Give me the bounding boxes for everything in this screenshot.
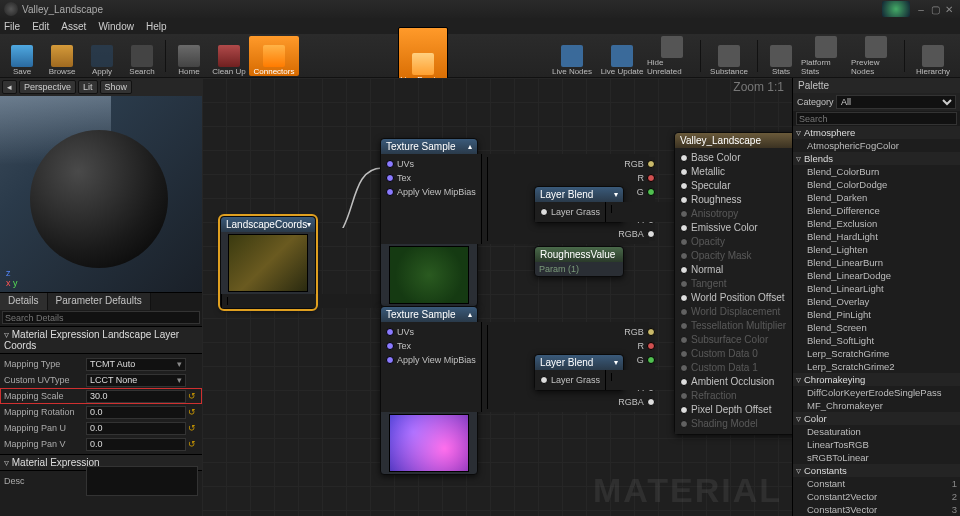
prop-value[interactable]: 0.0 [86,438,186,451]
toolbar-substance[interactable]: Substance [704,36,754,76]
source-control-icon[interactable] [882,1,910,17]
pin-roughness[interactable]: Roughness [680,193,792,207]
close-button[interactable]: ✕ [942,4,956,15]
toolbar-live-preview[interactable]: Live Preview [398,27,448,85]
toolbar-home[interactable]: Home [169,36,209,76]
preview-viewport[interactable]: zx y [0,96,202,292]
toolbar-preview-nodes[interactable]: Preview Nodes [851,36,901,76]
toolbar-live-nodes[interactable]: Live Nodes [547,36,597,76]
toolbar-apply[interactable]: Apply [82,36,122,76]
toolbar-browse[interactable]: Browse [42,36,82,76]
section-landscape-coords[interactable]: Material Expression Landscape Layer Coor… [0,326,202,354]
palette-cat-constants[interactable]: Constants [793,464,960,477]
viewport-perspective[interactable]: Perspective [19,80,76,94]
palette-item[interactable]: Constant1 [793,477,960,490]
minimize-button[interactable]: – [914,4,928,15]
node-texture-sample-2[interactable]: Texture Sample▴ UVsTexApply View MipBias… [380,306,478,475]
pin-refraction[interactable]: Refraction [680,389,792,403]
toolbar-live-update[interactable]: Live Update [597,36,647,76]
palette-item[interactable]: Blend_PinLight [793,308,960,321]
reset-icon[interactable]: ↺ [186,391,198,401]
pin-anisotropy[interactable]: Anisotropy [680,207,792,221]
pin-ambient-occlusion[interactable]: Ambient Occlusion [680,375,792,389]
viewport-show[interactable]: Show [100,80,133,94]
material-graph[interactable]: Zoom 1:1 MATERIAL LandscapeCoords▾ Textu… [202,78,792,516]
prop-value[interactable]: LCCT None▾ [86,374,186,387]
toolbar-connectors[interactable]: Connectors [249,36,299,76]
pin-world-position-offset[interactable]: World Position Offset [680,291,792,305]
menu-edit[interactable]: Edit [32,21,49,32]
viewport-◂[interactable]: ◂ [2,80,17,94]
pin-normal[interactable]: Normal [680,263,792,277]
pin-custom-data-1[interactable]: Custom Data 1 [680,361,792,375]
maximize-button[interactable]: ▢ [928,4,942,15]
palette-item[interactable]: Blend_Difference [793,204,960,217]
palette-item[interactable]: Blend_Lighten [793,243,960,256]
node-material-result[interactable]: Valley_Landscape Base ColorMetallicSpecu… [674,132,792,435]
palette-item[interactable]: MF_Chromakeyer [793,399,960,412]
menu-window[interactable]: Window [98,21,134,32]
prop-value[interactable]: TCMT Auto▾ [86,358,186,371]
viewport-lit[interactable]: Lit [78,80,98,94]
toolbar-search[interactable]: Search [122,36,162,76]
palette-item[interactable]: LinearTosRGB [793,438,960,451]
palette-cat-blends[interactable]: Blends [793,152,960,165]
toolbar-hide-unrelated[interactable]: Hide Unrelated [647,36,697,76]
prop-value[interactable]: 30.0 [86,390,186,403]
palette-cat-color[interactable]: Color [793,412,960,425]
pin-subsurface-color[interactable]: Subsurface Color [680,333,792,347]
palette-item[interactable]: DiffColorKeyerErodeSinglePass [793,386,960,399]
pin-metallic[interactable]: Metallic [680,165,792,179]
prop-value[interactable]: 0.0 [86,422,186,435]
toolbar-platform-stats[interactable]: Platform Stats [801,36,851,76]
pin-tangent[interactable]: Tangent [680,277,792,291]
palette-item[interactable]: Lerp_ScratchGrime2 [793,360,960,373]
palette-item[interactable]: AtmosphericFogColor [793,139,960,152]
pin-emissive-color[interactable]: Emissive Color [680,221,792,235]
node-layer-blend-2[interactable]: Layer Blend▾ Layer Grass [534,354,624,391]
palette-item[interactable]: sRGBToLinear [793,451,960,464]
category-select[interactable]: All [836,95,956,109]
node-layer-blend-1[interactable]: Layer Blend▾ Layer Grass [534,186,624,223]
toolbar-clean-up[interactable]: Clean Up [209,36,249,76]
tab-parameter-defaults[interactable]: Parameter Defaults [48,293,151,310]
palette-item[interactable]: Blend_LinearBurn [793,256,960,269]
palette-item[interactable]: Constant2Vector2 [793,490,960,503]
details-search-input[interactable] [2,311,200,324]
node-landscape-coords[interactable]: LandscapeCoords▾ [220,216,316,309]
palette-item[interactable]: Blend_HardLight [793,230,960,243]
desc-field[interactable] [86,466,198,496]
palette-item[interactable]: Constant3Vector3 [793,503,960,516]
palette-item[interactable]: Blend_Screen [793,321,960,334]
node-roughness-value[interactable]: RoughnessValue Param (1) [534,246,624,277]
toolbar-save[interactable]: Save [2,36,42,76]
menu-file[interactable]: File [4,21,20,32]
pin-base-color[interactable]: Base Color [680,151,792,165]
palette-item[interactable]: Blend_Exclusion [793,217,960,230]
palette-item[interactable]: Blend_ColorDodge [793,178,960,191]
palette-cat-atmosphere[interactable]: Atmosphere [793,126,960,139]
toolbar-hierarchy[interactable]: Hierarchy [908,36,958,76]
palette-search-input[interactable] [796,112,957,125]
menu-help[interactable]: Help [146,21,167,32]
palette-item[interactable]: Blend_Overlay [793,295,960,308]
menu-asset[interactable]: Asset [61,21,86,32]
toolbar-stats[interactable]: Stats [761,36,801,76]
pin-opacity[interactable]: Opacity [680,235,792,249]
pin-opacity-mask[interactable]: Opacity Mask [680,249,792,263]
palette-item[interactable]: Blend_SoftLight [793,334,960,347]
reset-icon[interactable]: ↺ [186,439,198,449]
tab-details[interactable]: Details [0,293,48,310]
prop-value[interactable]: 0.0 [86,406,186,419]
pin-pixel-depth-offset[interactable]: Pixel Depth Offset [680,403,792,417]
palette-item[interactable]: Blend_LinearDodge [793,269,960,282]
palette-item[interactable]: Blend_ColorBurn [793,165,960,178]
pin-world-displacement[interactable]: World Displacement [680,305,792,319]
palette-item[interactable]: Blend_LinearLight [793,282,960,295]
palette-cat-chromakeying[interactable]: Chromakeying [793,373,960,386]
pin-custom-data-0[interactable]: Custom Data 0 [680,347,792,361]
palette-item[interactable]: Desaturation [793,425,960,438]
pin-shading-model[interactable]: Shading Model [680,417,792,431]
palette-list[interactable]: AtmosphereAtmosphericFogColorBlendsBlend… [793,126,960,516]
node-texture-sample-1[interactable]: Texture Sample▴ UVsTexApply View MipBias… [380,138,478,307]
